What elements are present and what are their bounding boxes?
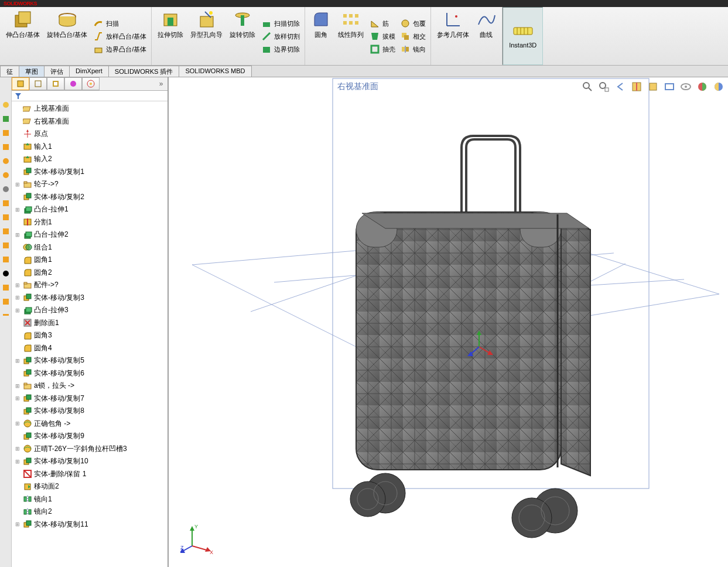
- tree-item[interactable]: ⊞实体-移动/复制5: [12, 354, 168, 367]
- tab-features[interactable]: 征: [0, 66, 19, 77]
- strip-icon[interactable]: [2, 185, 10, 193]
- expand-toggle[interactable]: ⊞: [14, 182, 21, 187]
- tree-item[interactable]: 输入1: [12, 141, 168, 153]
- tree-item[interactable]: 圆角3: [12, 329, 168, 342]
- strip-icon[interactable]: [2, 129, 10, 137]
- tab-evaluate[interactable]: 评估: [44, 66, 70, 77]
- fm-tab-featuretree[interactable]: [12, 77, 29, 90]
- tree-item[interactable]: 镜向1: [12, 493, 168, 506]
- sweep-button[interactable]: 扫描: [91, 17, 149, 30]
- tree-item[interactable]: 实体-移动/复制1: [12, 166, 168, 179]
- tree-item[interactable]: ⊞凸台-拉伸3: [12, 304, 168, 317]
- intersect-button[interactable]: 相交: [398, 30, 428, 43]
- curves-button[interactable]: 曲线: [473, 8, 500, 64]
- fillet-button[interactable]: 圆角: [307, 8, 334, 64]
- expand-toggle[interactable]: ⊞: [14, 459, 21, 464]
- extruded-boss-button[interactable]: 伸凸台/基体: [2, 8, 43, 64]
- tree-item[interactable]: ⊞实体-移动/复制10: [12, 455, 168, 468]
- tree-item[interactable]: ⊞凸台-拉伸1: [12, 203, 168, 216]
- fm-tab-dimxpert[interactable]: [64, 77, 82, 90]
- tab-sketch[interactable]: 草图: [19, 66, 45, 77]
- tree-item[interactable]: ⊞轮子->?: [12, 178, 168, 191]
- strip-icon[interactable]: [2, 213, 10, 221]
- tree-item[interactable]: 实体-移动/复制6: [12, 367, 168, 380]
- graphics-viewport[interactable]: 右视基准面: [169, 77, 728, 567]
- linear-pattern-button[interactable]: 线性阵列: [334, 8, 367, 64]
- tab-dimxpert[interactable]: DimXpert: [69, 66, 109, 77]
- shell-button[interactable]: 抽壳: [367, 43, 398, 56]
- boundary-button[interactable]: 边界凸台/基体: [91, 43, 149, 56]
- tree-item[interactable]: 实体-移动/复制9: [12, 430, 168, 443]
- expand-toggle[interactable]: ⊞: [14, 383, 21, 389]
- tree-item[interactable]: 组合1: [12, 241, 168, 254]
- zoom-area-icon[interactable]: [598, 81, 610, 93]
- tree-item[interactable]: 移动面2: [12, 480, 168, 493]
- expand-toggle[interactable]: ⊞: [14, 295, 21, 300]
- previous-view-icon[interactable]: [614, 81, 626, 93]
- tree-item[interactable]: ⊞正晴T-26Y一字斜角拉杆凹槽3: [12, 443, 168, 456]
- wrap-button[interactable]: 包覆: [398, 17, 428, 30]
- edit-appearance-icon[interactable]: [696, 81, 708, 93]
- tree-item[interactable]: 圆角1: [12, 254, 168, 267]
- tree-item[interactable]: ⊞正确包角 ->: [12, 418, 168, 431]
- expand-toggle[interactable]: ⊞: [14, 308, 21, 313]
- expand-toggle[interactable]: ⊞: [14, 395, 21, 401]
- tree-item[interactable]: ⊞a锁，拉头 ->: [12, 380, 168, 392]
- extruded-cut-button[interactable]: 拉伸切除: [154, 8, 187, 64]
- tab-addins[interactable]: SOLIDWORKS 插件: [108, 66, 180, 77]
- tree-item[interactable]: 实体-删除/保留 1: [12, 468, 168, 481]
- feature-tree[interactable]: 上视基准面右视基准面原点输入1输入2实体-移动/复制1⊞轮子->?实体-移动/复…: [12, 101, 168, 567]
- draft-button[interactable]: 拔模: [367, 30, 398, 43]
- loft-button[interactable]: 放样凸台/基体: [91, 30, 149, 43]
- swept-cut-button[interactable]: 扫描切除: [259, 17, 302, 30]
- boundary-cut-button[interactable]: 边界切除: [259, 43, 302, 56]
- strip-icon[interactable]: [2, 284, 10, 292]
- apply-scene-icon[interactable]: [713, 81, 724, 93]
- section-view-icon[interactable]: [631, 81, 642, 93]
- strip-icon[interactable]: [2, 227, 10, 235]
- fm-tab-config[interactable]: [47, 77, 64, 90]
- reference-geometry-button[interactable]: 参考几何体: [433, 8, 473, 64]
- revolved-boss-button[interactable]: 旋转凸台/基体: [43, 8, 91, 64]
- fm-filter-bar[interactable]: [12, 91, 168, 101]
- revolved-cut-button[interactable]: 旋转切除: [226, 8, 259, 64]
- rib-button[interactable]: 筋: [367, 17, 398, 30]
- tree-item[interactable]: 分割1: [12, 216, 168, 229]
- tree-item[interactable]: 实体-移动/复制8: [12, 405, 168, 418]
- expand-toggle[interactable]: ⊞: [14, 446, 21, 452]
- strip-icon[interactable]: [2, 171, 10, 179]
- fm-expand-button[interactable]: »: [155, 77, 168, 90]
- instant3d-button[interactable]: Instant3D: [503, 7, 543, 65]
- fm-tab-display[interactable]: [82, 77, 100, 90]
- strip-icon[interactable]: [2, 298, 10, 306]
- view-orientation-icon[interactable]: [647, 81, 659, 93]
- orientation-triad[interactable]: Y X Z: [180, 520, 216, 555]
- tree-item[interactable]: ⊞配件->?: [12, 279, 168, 292]
- strip-icon[interactable]: [2, 269, 10, 278]
- expand-toggle[interactable]: ⊞: [14, 232, 21, 238]
- lofted-cut-button[interactable]: 放样切割: [259, 30, 302, 43]
- expand-toggle[interactable]: ⊞: [14, 282, 21, 288]
- hole-wizard-button[interactable]: 异型孔向导: [187, 8, 226, 64]
- expand-toggle[interactable]: ⊞: [14, 521, 21, 527]
- expand-toggle[interactable]: ⊞: [14, 207, 21, 213]
- tree-item[interactable]: 实体-移动/复制2: [12, 191, 168, 204]
- tree-item[interactable]: 原点: [12, 128, 168, 141]
- tree-item[interactable]: 圆角4: [12, 342, 168, 355]
- strip-icon[interactable]: [2, 255, 10, 264]
- tree-item[interactable]: ⊞实体-移动/复制7: [12, 392, 168, 405]
- hide-show-icon[interactable]: [680, 81, 692, 93]
- expand-toggle[interactable]: ⊞: [14, 358, 21, 364]
- fm-tab-property[interactable]: [29, 77, 47, 90]
- tree-item[interactable]: 右视基准面: [12, 115, 168, 128]
- tree-item[interactable]: 输入2: [12, 153, 168, 166]
- display-style-icon[interactable]: [664, 81, 675, 93]
- tree-item[interactable]: ⊞实体-移动/复制11: [12, 518, 168, 531]
- tree-item[interactable]: ⊞凸台-拉伸2: [12, 228, 168, 241]
- strip-icon[interactable]: [2, 143, 10, 151]
- strip-icon[interactable]: [2, 101, 10, 109]
- strip-icon[interactable]: [2, 312, 10, 320]
- tree-item[interactable]: 上视基准面: [12, 103, 168, 115]
- strip-icon[interactable]: [2, 157, 10, 165]
- strip-icon[interactable]: [2, 241, 10, 250]
